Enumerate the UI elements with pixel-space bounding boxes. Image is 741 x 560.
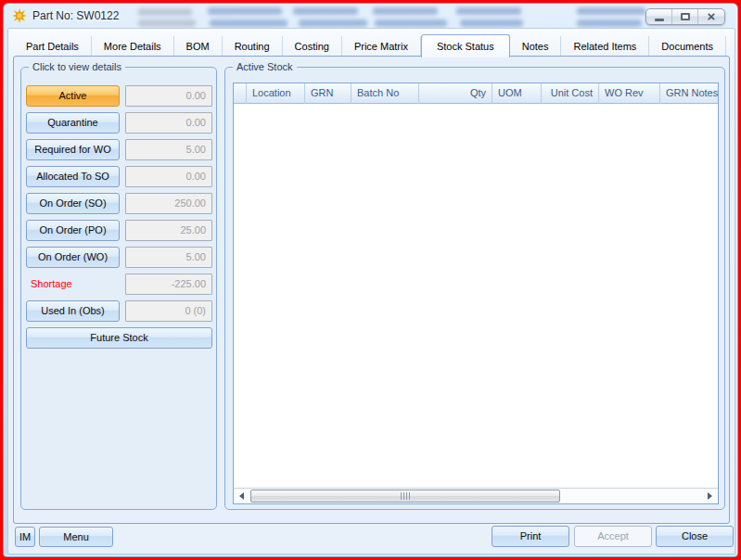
background-window-blur (138, 19, 196, 27)
background-window-blur (210, 19, 287, 27)
app-sunburst-icon (12, 8, 27, 23)
column-header-grn[interactable]: GRN (305, 83, 351, 104)
shortage-value-field: -225.00 (125, 274, 212, 295)
maximize-icon (681, 13, 690, 20)
required-for-wo-button[interactable]: Required for WO (26, 139, 120, 160)
background-window-blur (208, 7, 282, 15)
maximize-button[interactable] (672, 9, 698, 24)
background-window-blur (375, 19, 447, 27)
tab-related-items[interactable]: Related Items (561, 36, 649, 57)
stock-details-group: Click to view details Active 0.00 Quaran… (20, 67, 217, 510)
required-for-wo-value-field: 5.00 (125, 139, 212, 160)
group-legend: Active Stock (233, 61, 297, 72)
close-button[interactable]: Close (656, 526, 734, 547)
tab-notes[interactable]: Notes (510, 36, 562, 57)
horizontal-scrollbar[interactable] (234, 488, 718, 503)
tab-price-matrix[interactable]: Price Matrix (342, 36, 421, 57)
shortage-label: Shortage (26, 274, 120, 295)
close-icon: × (708, 10, 716, 23)
tab-page-stock-status: Click to view details Active 0.00 Quaran… (13, 56, 730, 524)
on-order-so-button[interactable]: On Order (SO) (26, 193, 120, 214)
group-legend: Click to view details (29, 61, 125, 72)
print-button[interactable]: Print (492, 526, 569, 547)
allocated-to-so-button[interactable]: Allocated To SO (26, 166, 120, 187)
on-order-po-value-field: 25.00 (125, 220, 212, 241)
quarantine-value-field: 0.00 (125, 112, 212, 134)
column-header-wo-rev[interactable]: WO Rev (599, 83, 660, 104)
used-in-obs-button[interactable]: Used In (Obs) (26, 300, 120, 322)
tab-stock-status[interactable]: Stock Status (421, 34, 510, 57)
background-window-blur (460, 19, 523, 27)
background-window-blur (373, 7, 438, 15)
menu-button[interactable]: Menu (39, 527, 113, 547)
active-stock-group: Active Stock Location GRN Batch No Qty U… (224, 67, 725, 510)
tab-more-details[interactable]: More Details (92, 36, 174, 57)
on-order-wo-value-field: 5.00 (125, 247, 212, 268)
column-header-qty[interactable]: Qty (419, 83, 492, 104)
screenshot-root: Part No: SW0122 × Part Details More Deta… (0, 0, 741, 560)
active-button[interactable]: Active (26, 85, 120, 107)
window-title: Part No: SW0122 (32, 9, 119, 22)
on-order-wo-button[interactable]: On Order (WO) (26, 247, 120, 268)
background-window-blur (577, 19, 642, 27)
arrow-left-icon (239, 492, 244, 500)
active-stock-table: Location GRN Batch No Qty UOM Unit Cost … (233, 83, 719, 504)
on-order-po-button[interactable]: On Order (PO) (26, 220, 120, 241)
scroll-left-button[interactable] (234, 489, 249, 503)
scrollbar-thumb[interactable] (250, 490, 560, 503)
background-window-blur (299, 19, 367, 27)
scrollbar-grip-icon (401, 492, 410, 500)
minimize-button[interactable] (646, 9, 672, 24)
active-value-field: 0.00 (125, 85, 212, 107)
tab-documents[interactable]: Documents (649, 36, 726, 57)
tab-transactions[interactable]: Transactions (726, 36, 738, 57)
on-order-so-value-field: 250.00 (125, 193, 212, 214)
tab-part-details[interactable]: Part Details (14, 36, 92, 57)
background-window-blur (577, 7, 645, 15)
tab-costing[interactable]: Costing (283, 36, 342, 57)
column-header-location[interactable]: Location (247, 83, 305, 104)
column-header-uom[interactable]: UOM (492, 83, 542, 104)
column-header-unit-cost[interactable]: Unit Cost (542, 83, 599, 104)
allocated-to-so-value-field: 0.00 (125, 166, 212, 187)
minimize-icon (655, 19, 664, 21)
tab-bom[interactable]: BOM (174, 36, 223, 57)
im-button[interactable]: IM (15, 527, 35, 547)
titlebar[interactable]: Part No: SW0122 × (4, 4, 737, 28)
close-window-button[interactable]: × (698, 9, 724, 24)
arrow-right-icon (708, 492, 712, 500)
window-controls: × (645, 8, 725, 25)
column-header-grn-notes[interactable]: GRN Notes (660, 83, 718, 104)
background-window-blur (456, 7, 521, 15)
quarantine-button[interactable]: Quarantine (26, 112, 120, 134)
tab-routing[interactable]: Routing (223, 36, 283, 57)
future-stock-button[interactable]: Future Stock (26, 327, 212, 349)
table-body-empty (234, 104, 718, 488)
background-window-blur (293, 7, 358, 15)
tab-strip: Part Details More Details BOM Routing Co… (14, 33, 738, 57)
column-header-selector[interactable] (234, 83, 247, 104)
table-header-row: Location GRN Batch No Qty UOM Unit Cost … (234, 83, 718, 104)
background-window-blur (138, 8, 192, 16)
scroll-right-button[interactable] (702, 489, 718, 503)
client-area: Part Details More Details BOM Routing Co… (7, 28, 735, 554)
accept-button: Accept (574, 526, 652, 547)
app-window: Part No: SW0122 × Part Details More Deta… (3, 3, 738, 557)
used-in-obs-value-field: 0 (0) (125, 300, 212, 322)
column-header-batch-no[interactable]: Batch No (351, 83, 419, 104)
